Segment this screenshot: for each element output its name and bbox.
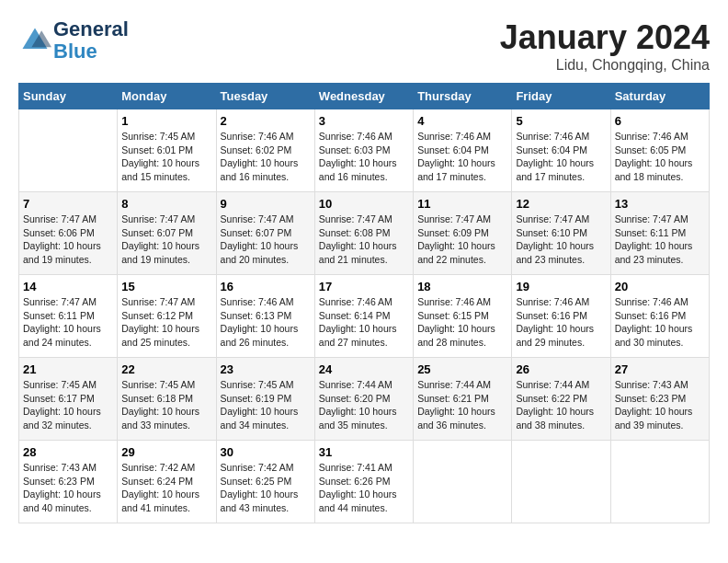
day-number: 31 — [319, 445, 409, 459]
day-number: 10 — [319, 197, 409, 211]
day-number: 16 — [221, 280, 311, 293]
day-number: 1 — [121, 114, 211, 128]
calendar-cell: 17Sunrise: 7:46 AM Sunset: 6:14 PM Dayli… — [314, 275, 413, 358]
day-number: 15 — [121, 280, 211, 293]
cell-content: Sunrise: 7:42 AM Sunset: 6:24 PM Dayligh… — [121, 461, 211, 515]
day-number: 14 — [23, 280, 113, 293]
header-day-thursday: Thursday — [414, 84, 512, 109]
calendar-cell: 27Sunrise: 7:43 AM Sunset: 6:23 PM Dayli… — [610, 358, 709, 441]
calendar-cell: 12Sunrise: 7:47 AM Sunset: 6:10 PM Dayli… — [512, 192, 610, 275]
day-number: 13 — [615, 197, 705, 211]
cell-content: Sunrise: 7:46 AM Sunset: 6:15 PM Dayligh… — [417, 295, 507, 350]
calendar-cell: 29Sunrise: 7:42 AM Sunset: 6:24 PM Dayli… — [118, 441, 216, 523]
calendar-cell: 15Sunrise: 7:47 AM Sunset: 6:12 PM Dayli… — [118, 275, 216, 358]
cell-content: Sunrise: 7:46 AM Sunset: 6:16 PM Dayligh… — [615, 295, 705, 350]
calendar-cell: 11Sunrise: 7:47 AM Sunset: 6:09 PM Dayli… — [414, 192, 512, 275]
cell-content: Sunrise: 7:46 AM Sunset: 6:04 PM Dayligh… — [417, 130, 507, 184]
day-number: 2 — [221, 114, 311, 128]
calendar-cell: 30Sunrise: 7:42 AM Sunset: 6:25 PM Dayli… — [216, 441, 314, 523]
calendar-cell — [512, 441, 610, 523]
cell-content: Sunrise: 7:43 AM Sunset: 6:23 PM Dayligh… — [615, 378, 705, 432]
calendar-cell: 9Sunrise: 7:47 AM Sunset: 6:07 PM Daylig… — [216, 192, 314, 275]
cell-content: Sunrise: 7:47 AM Sunset: 6:07 PM Dayligh… — [121, 213, 211, 267]
calendar-cell: 24Sunrise: 7:44 AM Sunset: 6:20 PM Dayli… — [314, 358, 413, 441]
calendar-cell: 10Sunrise: 7:47 AM Sunset: 6:08 PM Dayli… — [314, 192, 413, 275]
cell-content: Sunrise: 7:46 AM Sunset: 6:13 PM Dayligh… — [221, 295, 311, 350]
calendar-cell: 14Sunrise: 7:47 AM Sunset: 6:11 PM Dayli… — [19, 275, 118, 358]
calendar-cell: 23Sunrise: 7:45 AM Sunset: 6:19 PM Dayli… — [216, 358, 314, 441]
cell-content: Sunrise: 7:44 AM Sunset: 6:22 PM Dayligh… — [516, 378, 606, 432]
cell-content: Sunrise: 7:45 AM Sunset: 6:01 PM Dayligh… — [121, 130, 211, 184]
calendar-cell: 28Sunrise: 7:43 AM Sunset: 6:23 PM Dayli… — [19, 441, 118, 523]
cell-content: Sunrise: 7:42 AM Sunset: 6:25 PM Dayligh… — [221, 461, 311, 515]
calendar-week-row: 21Sunrise: 7:45 AM Sunset: 6:17 PM Dayli… — [19, 358, 710, 441]
day-number: 3 — [319, 114, 409, 128]
calendar-week-row: 7Sunrise: 7:47 AM Sunset: 6:06 PM Daylig… — [19, 192, 710, 275]
cell-content: Sunrise: 7:46 AM Sunset: 6:02 PM Dayligh… — [221, 130, 311, 184]
calendar-cell: 2Sunrise: 7:46 AM Sunset: 6:02 PM Daylig… — [216, 109, 314, 192]
cell-content: Sunrise: 7:47 AM Sunset: 6:10 PM Dayligh… — [516, 213, 606, 267]
calendar-cell — [610, 441, 709, 523]
cell-content: Sunrise: 7:45 AM Sunset: 6:18 PM Dayligh… — [121, 378, 211, 432]
calendar-cell: 19Sunrise: 7:46 AM Sunset: 6:16 PM Dayli… — [512, 275, 610, 358]
calendar-cell: 13Sunrise: 7:47 AM Sunset: 6:11 PM Dayli… — [610, 192, 709, 275]
logo-blue-text: Blue — [53, 40, 97, 63]
calendar-cell: 18Sunrise: 7:46 AM Sunset: 6:15 PM Dayli… — [414, 275, 512, 358]
cell-content: Sunrise: 7:47 AM Sunset: 6:09 PM Dayligh… — [417, 213, 507, 267]
cell-content: Sunrise: 7:46 AM Sunset: 6:03 PM Dayligh… — [319, 130, 409, 184]
calendar-cell: 3Sunrise: 7:46 AM Sunset: 6:03 PM Daylig… — [314, 109, 413, 192]
calendar-cell: 7Sunrise: 7:47 AM Sunset: 6:06 PM Daylig… — [19, 192, 118, 275]
calendar-title: January 2024 — [500, 18, 710, 57]
calendar-cell: 25Sunrise: 7:44 AM Sunset: 6:21 PM Dayli… — [414, 358, 512, 441]
calendar-cell: 6Sunrise: 7:46 AM Sunset: 6:05 PM Daylig… — [610, 109, 709, 192]
calendar-week-row: 28Sunrise: 7:43 AM Sunset: 6:23 PM Dayli… — [19, 441, 710, 523]
header-day-wednesday: Wednesday — [314, 84, 413, 109]
header: General Blue January 2024 Lidu, Chongqin… — [18, 18, 710, 74]
day-number: 20 — [615, 280, 705, 293]
header-day-sunday: Sunday — [19, 84, 118, 109]
calendar-cell: 26Sunrise: 7:44 AM Sunset: 6:22 PM Dayli… — [512, 358, 610, 441]
header-day-tuesday: Tuesday — [216, 84, 314, 109]
day-number: 29 — [121, 445, 211, 459]
calendar-cell — [414, 441, 512, 523]
day-number: 26 — [516, 362, 606, 376]
cell-content: Sunrise: 7:47 AM Sunset: 6:12 PM Dayligh… — [121, 295, 211, 350]
day-number: 8 — [121, 197, 211, 211]
day-number: 4 — [417, 114, 507, 128]
cell-content: Sunrise: 7:44 AM Sunset: 6:20 PM Dayligh… — [319, 378, 409, 432]
cell-content: Sunrise: 7:46 AM Sunset: 6:04 PM Dayligh… — [516, 130, 606, 184]
cell-content: Sunrise: 7:46 AM Sunset: 6:05 PM Dayligh… — [615, 130, 705, 184]
logo-general-text: General — [53, 17, 129, 40]
day-number: 9 — [221, 197, 311, 211]
calendar-week-row: 14Sunrise: 7:47 AM Sunset: 6:11 PM Dayli… — [19, 275, 710, 358]
cell-content: Sunrise: 7:47 AM Sunset: 6:11 PM Dayligh… — [23, 295, 113, 350]
day-number: 11 — [417, 197, 507, 211]
title-area: January 2024 Lidu, Chongqing, China — [500, 18, 710, 74]
calendar-cell: 16Sunrise: 7:46 AM Sunset: 6:13 PM Dayli… — [216, 275, 314, 358]
calendar-cell: 4Sunrise: 7:46 AM Sunset: 6:04 PM Daylig… — [414, 109, 512, 192]
header-day-friday: Friday — [512, 84, 610, 109]
calendar-cell: 31Sunrise: 7:41 AM Sunset: 6:26 PM Dayli… — [314, 441, 413, 523]
day-number: 12 — [516, 197, 606, 211]
day-number: 28 — [23, 445, 113, 459]
day-number: 27 — [615, 362, 705, 376]
day-number: 23 — [221, 362, 311, 376]
cell-content: Sunrise: 7:47 AM Sunset: 6:08 PM Dayligh… — [319, 213, 409, 267]
header-day-monday: Monday — [118, 84, 216, 109]
day-number: 22 — [121, 362, 211, 376]
cell-content: Sunrise: 7:47 AM Sunset: 6:06 PM Dayligh… — [23, 213, 113, 267]
calendar-table: SundayMondayTuesdayWednesdayThursdayFrid… — [18, 83, 710, 523]
day-number: 30 — [221, 445, 311, 459]
cell-content: Sunrise: 7:45 AM Sunset: 6:19 PM Dayligh… — [221, 378, 311, 432]
cell-content: Sunrise: 7:46 AM Sunset: 6:14 PM Dayligh… — [319, 295, 409, 350]
day-number: 17 — [319, 280, 409, 293]
cell-content: Sunrise: 7:47 AM Sunset: 6:07 PM Dayligh… — [221, 213, 311, 267]
calendar-week-row: 1Sunrise: 7:45 AM Sunset: 6:01 PM Daylig… — [19, 109, 710, 192]
calendar-cell: 21Sunrise: 7:45 AM Sunset: 6:17 PM Dayli… — [19, 358, 118, 441]
cell-content: Sunrise: 7:43 AM Sunset: 6:23 PM Dayligh… — [23, 461, 113, 515]
calendar-cell: 22Sunrise: 7:45 AM Sunset: 6:18 PM Dayli… — [118, 358, 216, 441]
cell-content: Sunrise: 7:46 AM Sunset: 6:16 PM Dayligh… — [516, 295, 606, 350]
day-number: 25 — [417, 362, 507, 376]
day-number: 7 — [23, 197, 113, 211]
calendar-header: SundayMondayTuesdayWednesdayThursdayFrid… — [19, 84, 710, 109]
